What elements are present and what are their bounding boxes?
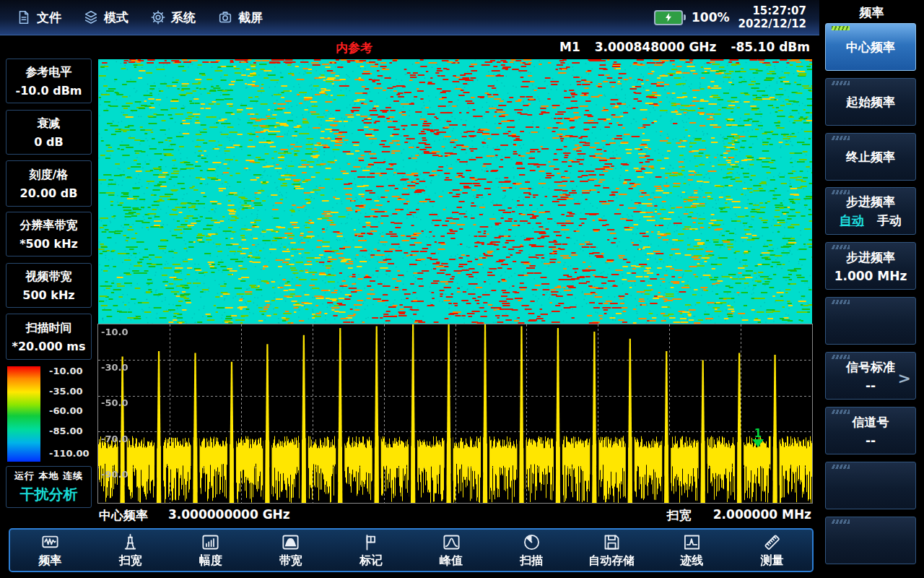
softkey-stop-frequency[interactable]: 终止频率 — [825, 133, 916, 181]
softkey-label: 步进频率 — [846, 249, 895, 266]
readout-title: 分辨率带宽 — [20, 218, 78, 233]
softkey-blank-3[interactable] — [825, 517, 916, 564]
softkey-label: 步进频率 — [846, 194, 895, 210]
trace-icon — [682, 532, 702, 552]
vbw-readout: 视频带宽 500 kHz — [6, 263, 92, 308]
softkey-center-frequency[interactable]: 中心频率 — [825, 23, 916, 71]
softkey-label: 信道号 — [853, 414, 889, 431]
battery-percent: 100% — [692, 10, 730, 25]
y-axis-label: -50.0 — [101, 397, 137, 408]
menu-system-label: 系统 — [171, 9, 196, 26]
file-icon — [16, 9, 32, 25]
step-auto-option[interactable]: 自动 — [840, 212, 864, 229]
y-axis-label: -70.0 — [101, 434, 137, 444]
readout-value: 20.00 dB — [20, 186, 78, 200]
peak-icon — [442, 532, 461, 552]
frequency-strip: 中心频率 3.000000000 GHz 扫宽 2.000000 MHz — [97, 504, 813, 527]
tool-marker[interactable]: 标记 — [331, 530, 411, 571]
softkey-panel: 频率 中心频率 起始频率 终止频率 步进频率 自动 手动 步进频率 1.000 … — [819, 0, 924, 578]
tool-measure[interactable]: 测量 — [732, 530, 812, 571]
tool-trace[interactable]: 迹线 — [652, 530, 732, 571]
marker-readout: M1 3.000848000 GHz -85.10 dBm — [559, 40, 810, 54]
readout-title: 参考电平 — [26, 65, 72, 80]
color-scale-label: -10.00 — [49, 366, 92, 376]
menu-file-label: 文件 — [37, 9, 61, 26]
readout-value: *500 kHz — [19, 237, 78, 251]
readout-title: 衰减 — [38, 116, 61, 131]
softkey-badge — [832, 300, 850, 304]
amplitude-icon — [201, 532, 220, 552]
internal-reference-label: 内参考 — [336, 40, 372, 56]
softkey-badge — [832, 190, 850, 194]
spectrum-trace-canvas — [98, 324, 812, 503]
spectrum-display[interactable]: -10.0 -30.0 -50.0 -70.0 -90.0 1 — [97, 324, 813, 504]
gear-icon — [150, 9, 166, 25]
readout-value: 0 dB — [34, 135, 63, 149]
menu-system[interactable]: 系统 — [150, 9, 196, 26]
rbw-readout: 分辨率带宽 *500 kHz — [6, 212, 92, 256]
readout-value: *20.000 ms — [12, 340, 86, 353]
tool-label: 扫描 — [520, 553, 543, 569]
softkey-signal-standard[interactable]: 信号标准 -- > — [825, 352, 916, 400]
attenuation-readout: 衰减 0 dB — [6, 110, 92, 155]
softkey-step-frequency-mode[interactable]: 步进频率 自动 手动 — [825, 187, 916, 235]
softkey-label: 终止频率 — [846, 149, 895, 165]
tool-bandwidth[interactable]: 带宽 — [250, 530, 331, 571]
layers-icon — [83, 9, 99, 25]
softkey-channel-number[interactable]: 信道号 -- — [825, 407, 916, 454]
menu-screenshot[interactable]: 截屏 — [217, 9, 263, 26]
analyzer-screen: 文件 模式 系统 截屏 — [0, 0, 924, 578]
softkey-badge — [832, 136, 850, 140]
step-manual-option[interactable]: 手动 — [877, 212, 902, 229]
scale-per-div-readout: 刻度/格 20.00 dB — [6, 160, 92, 207]
tool-label: 迹线 — [680, 553, 703, 569]
menu-mode-label: 模式 — [104, 9, 128, 26]
marker-icon — [361, 532, 380, 552]
function-toolbar: 频率 扫宽 幅度 带宽 标记 — [9, 528, 814, 572]
center-freq-value: 3.000000000 GHz — [168, 507, 290, 524]
camera-icon — [217, 9, 233, 25]
tool-amplitude[interactable]: 幅度 — [170, 530, 250, 571]
sweep-time-readout: 扫描时间 *20.000 ms — [6, 314, 92, 360]
tool-label: 频率 — [39, 553, 62, 569]
softkey-badge — [832, 245, 850, 249]
waterfall-color-scale — [7, 366, 40, 462]
softkey-blank-1[interactable] — [825, 297, 916, 345]
softkey-blank-2[interactable] — [825, 462, 916, 509]
autosave-icon — [602, 532, 622, 552]
softkey-badge — [832, 81, 850, 85]
color-scale-label: -35.00 — [49, 386, 92, 397]
marker-frequency: 3.000848000 GHz — [595, 40, 717, 54]
readout-title: 扫描时间 — [26, 321, 72, 336]
tool-frequency[interactable]: 频率 — [10, 530, 90, 571]
sweep-icon — [522, 532, 541, 552]
marker-1-symbol: 1 — [746, 429, 770, 447]
tool-label: 扫宽 — [119, 553, 142, 569]
softkey-value: -- — [866, 434, 876, 448]
marker-id: M1 — [559, 40, 580, 54]
tool-autosave[interactable]: 自动存储 — [572, 530, 652, 571]
menu-file[interactable]: 文件 — [16, 9, 61, 26]
measure-icon — [762, 532, 782, 552]
clock: 15:27:07 2022/12/12 — [738, 4, 806, 30]
tool-sweep[interactable]: 扫描 — [492, 530, 572, 571]
run-state-box: 运行 本地 连续 干扰分析 — [6, 466, 92, 508]
marker-level: -85.10 dBm — [731, 40, 810, 54]
time-value: 15:27:07 — [738, 4, 806, 17]
battery-icon — [654, 10, 683, 25]
softkey-badge — [832, 355, 850, 359]
softkey-step-frequency-value[interactable]: 步进频率 1.000 MHz — [825, 242, 916, 290]
menu-mode[interactable]: 模式 — [83, 9, 128, 26]
run-state-text: 运行 本地 连续 — [14, 470, 83, 483]
softkey-badge — [832, 465, 850, 469]
marker-1-number: 1 — [746, 429, 770, 439]
readout-value: -10.0 dBm — [15, 84, 82, 98]
readout-title: 刻度/格 — [30, 168, 69, 183]
color-scale-label: -85.00 — [49, 426, 92, 436]
tool-peak[interactable]: 峰值 — [411, 530, 491, 571]
waterfall-display[interactable] — [98, 59, 812, 324]
y-axis-label: -10.0 — [101, 327, 137, 337]
softkey-start-frequency[interactable]: 起始频率 — [825, 78, 916, 126]
tool-span[interactable]: 扫宽 — [90, 530, 170, 571]
y-axis-label: -30.0 — [101, 362, 137, 373]
